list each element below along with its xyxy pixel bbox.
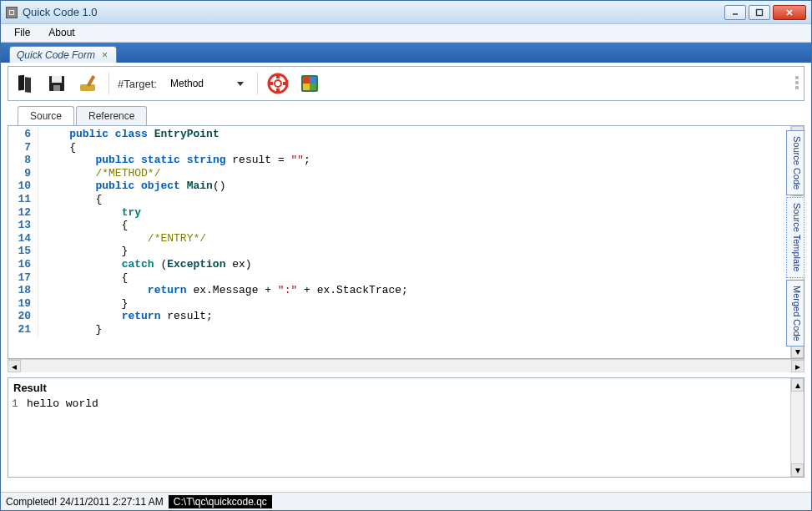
code-line[interactable]: 10 public object Main(): [8, 180, 790, 193]
code-text[interactable]: public object Main(): [38, 180, 226, 193]
code-text[interactable]: {: [38, 141, 76, 154]
line-number: 13: [8, 219, 38, 232]
status-filepath: C:\T\qc\quickcode.qc: [169, 495, 272, 508]
tab-close-icon[interactable]: ×: [100, 49, 109, 61]
code-text[interactable]: }: [38, 245, 128, 258]
horizontal-scrollbar[interactable]: ◂ ▸: [8, 359, 804, 372]
menubar: File About: [1, 24, 811, 43]
code-text[interactable]: public static string result = "";: [38, 154, 310, 167]
edit-icon[interactable]: [77, 72, 100, 95]
scroll-left-icon[interactable]: ◂: [8, 360, 21, 372]
line-number: 20: [8, 310, 38, 323]
code-line[interactable]: 7 {: [8, 141, 790, 154]
run-icon[interactable]: [298, 72, 321, 95]
code-text[interactable]: return ex.Message + ":" + ex.StackTrace;: [38, 284, 408, 297]
target-label: #Target:: [118, 78, 157, 90]
side-tab-source-code[interactable]: Source Code: [786, 130, 804, 195]
svg-rect-19: [310, 77, 316, 83]
minimize-button[interactable]: [724, 5, 746, 20]
menu-about[interactable]: About: [40, 24, 83, 42]
code-line[interactable]: 15 }: [8, 245, 790, 258]
chevron-down-icon: [237, 82, 244, 86]
code-line[interactable]: 20 return result;: [8, 310, 790, 323]
code-text[interactable]: /*METHOD*/: [38, 167, 160, 180]
help-icon[interactable]: [266, 72, 290, 95]
code-line[interactable]: 18 return ex.Message + ":" + ex.StackTra…: [8, 284, 790, 297]
line-number: 17: [8, 271, 38, 285]
line-number: 18: [8, 284, 38, 297]
scroll-right-icon[interactable]: ▸: [791, 360, 804, 372]
code-line[interactable]: 14 /*ENTRY*/: [8, 232, 790, 245]
svg-rect-16: [283, 82, 288, 85]
code-line[interactable]: 12 try: [8, 206, 790, 220]
document-tab[interactable]: Quick Code Form ×: [9, 46, 117, 63]
tab-source[interactable]: Source: [18, 106, 74, 125]
code-line[interactable]: 6 public class EntryPoint: [8, 128, 790, 141]
svg-point-12: [275, 80, 281, 87]
code-text[interactable]: {: [38, 219, 128, 232]
result-vertical-scrollbar[interactable]: ▴ ▾: [790, 378, 804, 477]
code-line[interactable]: 11 {: [8, 193, 790, 206]
svg-rect-1: [757, 9, 763, 15]
code-text[interactable]: /*ENTRY*/: [38, 232, 206, 245]
svg-rect-18: [303, 77, 310, 83]
scroll-up-icon[interactable]: ▴: [791, 378, 804, 392]
code-text[interactable]: }: [38, 297, 128, 311]
code-text[interactable]: public class EntryPoint: [38, 128, 219, 141]
code-line[interactable]: 13 {: [8, 219, 790, 232]
line-number: 11: [8, 193, 38, 206]
side-tab-merged-code[interactable]: Merged Code: [786, 280, 804, 347]
line-number: 14: [8, 232, 38, 245]
maximize-button[interactable]: [749, 5, 770, 20]
close-button[interactable]: [773, 5, 806, 20]
menu-file[interactable]: File: [6, 24, 38, 42]
code-text[interactable]: try: [38, 206, 141, 220]
code-line[interactable]: 9 /*METHOD*/: [8, 167, 790, 180]
code-line[interactable]: 16 catch (Exception ex): [8, 258, 790, 271]
code-editor[interactable]: 6 public class EntryPoint7 {8 public sta…: [8, 125, 804, 359]
app-icon: [6, 7, 18, 18]
line-number: 15: [8, 245, 38, 258]
code-line[interactable]: 19 }: [8, 297, 790, 311]
tab-reference[interactable]: Reference: [76, 106, 147, 125]
statusbar: Completed! 24/11/2011 2:27:11 AM C:\T\qc…: [1, 492, 811, 510]
line-number: 9: [8, 167, 38, 180]
svg-rect-20: [303, 83, 310, 90]
code-line[interactable]: 17 {: [8, 271, 790, 285]
code-text[interactable]: {: [38, 193, 102, 206]
toolbar-grip[interactable]: [795, 70, 800, 95]
toolbar: #Target: Method: [8, 66, 804, 101]
side-tabs: Source Code Source Template Merged Code: [786, 130, 804, 347]
scroll-down-icon[interactable]: ▾: [791, 345, 804, 358]
target-dropdown[interactable]: Method: [165, 76, 249, 91]
line-number: 12: [8, 206, 38, 220]
result-text: hello world: [27, 397, 98, 410]
code-line[interactable]: 8 public static string result = "";: [8, 154, 790, 167]
scroll-down-icon[interactable]: ▾: [791, 463, 804, 477]
side-tab-source-template[interactable]: Source Template: [786, 197, 804, 277]
document-tab-label: Quick Code Form: [17, 49, 95, 61]
result-line: 1hello world: [8, 397, 804, 410]
line-number: 6: [8, 128, 38, 141]
save-icon[interactable]: [45, 72, 68, 95]
document-tabstrip: Quick Code Form ×: [1, 43, 811, 63]
line-number: 21: [8, 323, 38, 336]
code-line[interactable]: 21 }: [8, 323, 790, 336]
line-number: 16: [8, 258, 38, 271]
svg-rect-14: [276, 89, 280, 94]
result-line-number: 1: [12, 397, 27, 410]
target-value: Method: [170, 78, 204, 89]
open-icon[interactable]: [13, 72, 37, 95]
svg-rect-8: [53, 85, 60, 91]
titlebar[interactable]: Quick Code 1.0: [1, 1, 811, 24]
line-number: 19: [8, 297, 38, 311]
code-text[interactable]: {: [38, 271, 128, 285]
code-text[interactable]: catch (Exception ex): [38, 258, 252, 271]
status-completed: Completed! 24/11/2011 2:27:11 AM: [6, 496, 164, 508]
window-title: Quick Code 1.0: [23, 6, 724, 18]
code-text[interactable]: return result;: [38, 310, 213, 323]
svg-rect-7: [52, 76, 62, 83]
svg-rect-15: [268, 82, 273, 85]
code-text[interactable]: }: [38, 323, 102, 336]
line-number: 10: [8, 180, 38, 193]
